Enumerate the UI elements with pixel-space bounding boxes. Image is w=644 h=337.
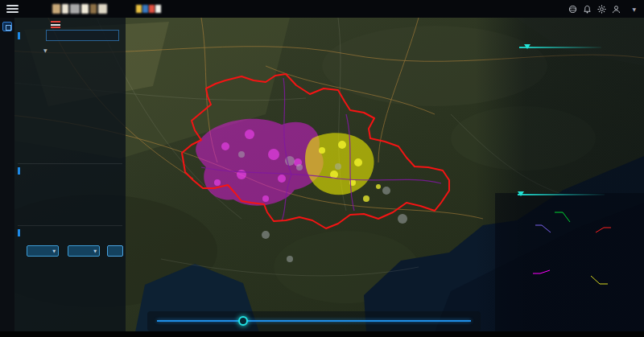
region-section-header: [18, 32, 23, 39]
top-navbar: ▼: [0, 0, 644, 18]
bar-chart-slider[interactable]: [519, 44, 601, 51]
section-bar: [18, 32, 20, 39]
region-tree: ▼: [43, 47, 50, 54]
divider: [18, 225, 122, 226]
ph-section-header: [18, 167, 23, 175]
org-logo: [52, 4, 107, 14]
platform-logo: [136, 5, 161, 13]
sidebar-panel: ▼ ▼ ▼: [14, 18, 126, 332]
timeline-handle[interactable]: [238, 316, 248, 326]
legend-list-icon[interactable]: [51, 21, 60, 28]
bar-chart: [512, 70, 644, 165]
pie-chart-slider[interactable]: [518, 191, 605, 198]
left-rail: [0, 18, 14, 332]
section-bar: [18, 167, 20, 175]
tree-node-province[interactable]: ▼: [43, 47, 50, 54]
layers-icon[interactable]: [2, 22, 12, 31]
menu-icon[interactable]: [6, 5, 19, 13]
timeline-bar[interactable]: [147, 311, 481, 331]
caret-down-icon[interactable]: ▼: [632, 6, 636, 12]
year-to-select[interactable]: ▼: [68, 245, 100, 257]
year-from-select[interactable]: ▼: [27, 245, 59, 257]
divider: [18, 163, 122, 164]
region-search-input[interactable]: [46, 30, 119, 41]
slider-handle-icon[interactable]: [518, 191, 524, 196]
query-button[interactable]: [107, 245, 123, 257]
section-bar: [18, 229, 20, 236]
bottom-strip: [0, 331, 644, 337]
caret-down-icon: ▼: [52, 249, 56, 253]
globe-icon[interactable]: [568, 5, 577, 14]
pie-labels: [511, 201, 644, 296]
app-screen: ▼ ▼ ▼ ▼: [0, 0, 644, 337]
header-actions: ▼: [568, 5, 644, 14]
user-icon[interactable]: [612, 5, 621, 14]
time-section-header: [18, 229, 23, 236]
caret-expanded-icon[interactable]: ▼: [43, 47, 47, 53]
gear-icon[interactable]: [597, 5, 606, 14]
timeline-track[interactable]: [157, 320, 471, 322]
slider-handle-icon[interactable]: [524, 44, 530, 49]
bell-icon[interactable]: [583, 5, 592, 14]
caret-down-icon: ▼: [93, 249, 97, 253]
